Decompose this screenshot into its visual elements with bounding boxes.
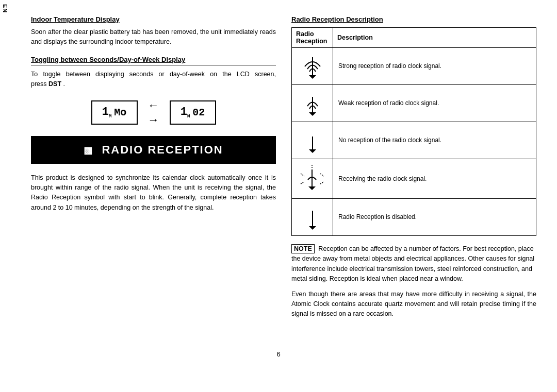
desc-blinking: Receiving the radio clock signal. (333, 159, 536, 199)
banner-icon: ▩ (84, 145, 93, 156)
svg-marker-12 (308, 186, 316, 190)
arrow-left: ← (148, 100, 159, 111)
table-header-description: Description (333, 28, 536, 48)
table-row: Receiving the radio clock signal. (292, 159, 536, 199)
svg-marker-14 (309, 226, 316, 230)
radio-banner: ▩ RADIO RECEPTION (31, 136, 276, 164)
arrow-right: → (148, 114, 159, 126)
icon-disabled (292, 199, 333, 236)
arrows: ← → (148, 100, 159, 126)
language-label: EN (0, 0, 10, 17)
right-column: Radio Reception Description Radio Recept… (291, 15, 536, 325)
svg-marker-5 (309, 149, 316, 153)
clock-display-2: 1M 02 (170, 100, 216, 124)
left-column: Indoor Temperature Display Soon after th… (26, 15, 276, 325)
indoor-title: Indoor Temperature Display (31, 15, 276, 23)
icon-strong (292, 48, 333, 85)
desc-disabled: Radio Reception is disabled. (333, 199, 536, 236)
table-header-reception: Radio Reception (292, 28, 333, 48)
note-paragraph-1: NOTE Reception can be affected by a numb… (291, 244, 536, 284)
banner-text: RADIO RECEPTION (102, 143, 223, 156)
toggle-title: Toggling between Seconds/Day-of-Week Dis… (31, 56, 276, 65)
desc-none: No reception of the radio clock signal. (333, 122, 536, 159)
desc-strong: Strong reception of radio clock signal. (333, 48, 536, 85)
note-section: NOTE Reception can be affected by a numb… (291, 244, 536, 319)
reception-table: Radio Reception Description (291, 27, 536, 236)
svg-line-7 (301, 182, 304, 184)
table-row: No reception of the radio clock signal. (292, 122, 536, 159)
note-label: NOTE (291, 244, 315, 253)
note-text-1: Reception can be affected by a number of… (291, 245, 534, 282)
svg-line-6 (301, 174, 304, 176)
note-text-2: Even though there are areas that may hav… (291, 289, 536, 319)
svg-line-8 (320, 174, 324, 176)
table-row: Strong reception of radio clock signal. (292, 48, 536, 85)
icon-weak (292, 85, 333, 122)
table-row: Radio Reception is disabled. (292, 199, 536, 236)
clock-display-1: 1M Mo (91, 100, 138, 124)
icon-none (292, 122, 333, 159)
table-row: Weak reception of radio clock signal. (292, 85, 536, 122)
svg-line-9 (320, 182, 324, 184)
indoor-text: Soon after the clear plastic battery tab… (31, 27, 276, 47)
svg-marker-3 (309, 112, 316, 116)
desc-weak: Weak reception of radio clock signal. (333, 85, 536, 122)
right-title: Radio Reception Description (291, 15, 536, 23)
page-number: 6 (0, 350, 557, 358)
toggle-section: Toggling between Seconds/Day-of-Week Dis… (31, 56, 276, 90)
radio-body-text: This product is designed to synchronize … (31, 173, 276, 213)
clock-illustrations: 1M Mo ← → 1M 02 (31, 100, 276, 126)
toggle-text: To toggle between displaying seconds or … (31, 70, 276, 90)
icon-blinking (292, 159, 333, 199)
svg-marker-1 (309, 75, 316, 79)
